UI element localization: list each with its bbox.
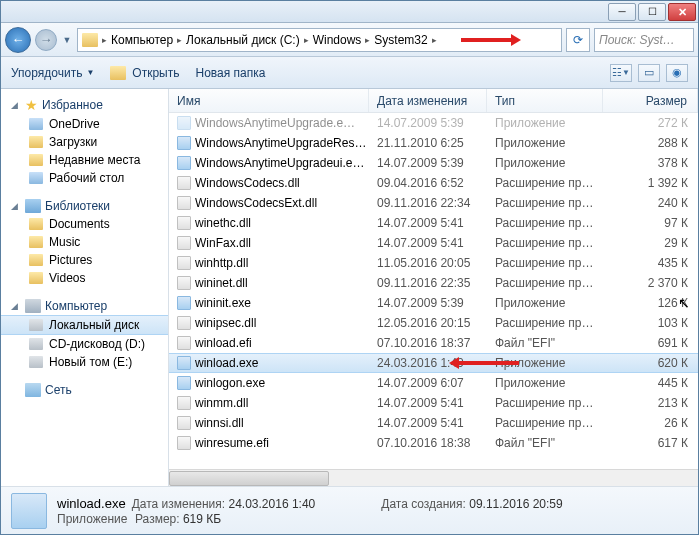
refresh-button[interactable]: ⟳ [566, 28, 590, 52]
file-row[interactable]: winresume.efi07.10.2016 18:38Файл "EFI"6… [169, 433, 698, 453]
file-type: Приложение [487, 116, 603, 130]
file-name: WindowsAnytimeUpgradeRes… [195, 136, 366, 150]
network-group[interactable]: ◢ Сеть [1, 381, 168, 399]
file-row[interactable]: WindowsCodecs.dll09.04.2016 6:52Расширен… [169, 173, 698, 193]
back-button[interactable]: ← [5, 27, 31, 53]
minimize-button[interactable]: ─ [608, 3, 636, 21]
videos-icon [29, 272, 43, 284]
column-size[interactable]: Размер [603, 89, 698, 112]
disk-icon [29, 356, 43, 368]
file-size: 288 К [603, 136, 698, 150]
address-bar[interactable]: ▸ Компьютер ▸ Локальный диск (C:) ▸ Wind… [77, 28, 562, 52]
chevron-down-icon: ▼ [86, 68, 94, 77]
file-icon [177, 356, 191, 370]
sidebar-item-local-disk[interactable]: Локальный диск [1, 315, 168, 335]
file-row[interactable]: wininit.exe14.07.2009 5:39Приложение126 … [169, 293, 698, 313]
cd-icon [29, 338, 43, 350]
open-button[interactable]: Открыть [110, 66, 179, 80]
file-icon [177, 336, 191, 350]
file-size: 103 К [603, 316, 698, 330]
help-button[interactable]: ◉ [666, 64, 688, 82]
file-icon [177, 276, 191, 290]
file-row[interactable]: winipsec.dll12.05.2016 20:15Расширение п… [169, 313, 698, 333]
forward-button[interactable]: → [35, 29, 57, 51]
sidebar-item-documents[interactable]: Documents [1, 215, 168, 233]
column-name[interactable]: Имя [169, 89, 369, 112]
file-row[interactable]: WindowsAnytimeUpgradeRes…21.11.2010 6:25… [169, 133, 698, 153]
maximize-button[interactable]: ☐ [638, 3, 666, 21]
column-headers[interactable]: Имя Дата изменения Тип Размер [169, 89, 698, 113]
column-type[interactable]: Тип [487, 89, 603, 112]
horizontal-scrollbar[interactable] [169, 469, 698, 486]
details-pane: winload.exe Дата изменения: 24.03.2016 1… [1, 486, 698, 534]
sidebar-item-desktop[interactable]: Рабочий стол [1, 169, 168, 187]
file-row[interactable]: winhttp.dll11.05.2016 20:05Расширение пр… [169, 253, 698, 273]
file-type: Расширение при… [487, 416, 603, 430]
file-row[interactable]: winload.efi07.10.2016 18:37Файл "EFI"691… [169, 333, 698, 353]
pictures-icon [29, 254, 43, 266]
close-button[interactable]: ✕ [668, 3, 696, 21]
history-dropdown[interactable]: ▼ [61, 29, 73, 51]
file-size: 620 К [603, 356, 698, 370]
sidebar-item-recent[interactable]: Недавние места [1, 151, 168, 169]
file-row[interactable]: wininet.dll09.11.2016 22:35Расширение пр… [169, 273, 698, 293]
sidebar-item-music[interactable]: Music [1, 233, 168, 251]
collapse-icon: ◢ [11, 100, 21, 110]
view-options-button[interactable]: ☷ ▼ [610, 64, 632, 82]
file-size: 617 К [603, 436, 698, 450]
file-icon [177, 256, 191, 270]
navigation-tree[interactable]: ◢ ★ Избранное OneDrive Загрузки Недавние… [1, 89, 169, 486]
file-row[interactable]: WindowsAnytimeUpgrade.e…14.07.2009 5:39П… [169, 113, 698, 133]
file-row[interactable]: winnsi.dll14.07.2009 5:41Расширение при…… [169, 413, 698, 433]
folder-icon [29, 136, 43, 148]
sidebar-item-cd-drive[interactable]: CD-дисковод (D:) [1, 335, 168, 353]
file-row[interactable]: WindowsCodecsExt.dll09.11.2016 22:34Расш… [169, 193, 698, 213]
file-type: Файл "EFI" [487, 436, 603, 450]
file-type: Приложение [487, 136, 603, 150]
computer-group[interactable]: ◢ Компьютер [1, 297, 168, 315]
preview-pane-button[interactable]: ▭ [638, 64, 660, 82]
breadcrumb-item[interactable]: Локальный диск (C:) [184, 33, 302, 47]
file-row[interactable]: winload.exe24.03.2016 1:40Приложение620 … [169, 353, 698, 373]
navigation-bar: ← → ▼ ▸ Компьютер ▸ Локальный диск (C:) … [1, 23, 698, 57]
file-name: winnsi.dll [195, 416, 244, 430]
scroll-thumb[interactable] [169, 471, 329, 486]
search-input[interactable]: Поиск: Syst… [594, 28, 694, 52]
file-date: 07.10.2016 18:37 [369, 336, 487, 350]
sidebar-item-videos[interactable]: Videos [1, 269, 168, 287]
file-date: 21.11.2010 6:25 [369, 136, 487, 150]
file-name: winipsec.dll [195, 316, 256, 330]
file-size: 1 392 К [603, 176, 698, 190]
breadcrumb-item[interactable]: System32 [372, 33, 429, 47]
file-row[interactable]: WindowsAnytimeUpgradeui.e…14.07.2009 5:3… [169, 153, 698, 173]
file-type: Расширение при… [487, 176, 603, 190]
sidebar-item-onedrive[interactable]: OneDrive [1, 115, 168, 133]
file-name: WindowsAnytimeUpgradeui.e… [195, 156, 364, 170]
file-row[interactable]: winmm.dll14.07.2009 5:41Расширение при…2… [169, 393, 698, 413]
breadcrumb-item[interactable]: Windows [311, 33, 364, 47]
file-type: Приложение [487, 296, 603, 310]
file-size: 240 К [603, 196, 698, 210]
libraries-group[interactable]: ◢ Библиотеки [1, 197, 168, 215]
file-icon [177, 196, 191, 210]
sidebar-item-pictures[interactable]: Pictures [1, 251, 168, 269]
file-type: Расширение при… [487, 396, 603, 410]
column-date[interactable]: Дата изменения [369, 89, 487, 112]
breadcrumb-separator: ▸ [100, 35, 109, 45]
file-type-icon [11, 493, 47, 529]
file-name: winethc.dll [195, 216, 251, 230]
breadcrumb-item[interactable]: Компьютер [109, 33, 175, 47]
file-name: wininit.exe [195, 296, 251, 310]
file-row[interactable]: winlogon.exe14.07.2009 6:07Приложение445… [169, 373, 698, 393]
file-type: Расширение при… [487, 236, 603, 250]
sidebar-item-downloads[interactable]: Загрузки [1, 133, 168, 151]
favorites-group[interactable]: ◢ ★ Избранное [1, 95, 168, 115]
new-folder-button[interactable]: Новая папка [195, 66, 265, 80]
organize-button[interactable]: Упорядочить ▼ [11, 66, 94, 80]
file-icon [177, 396, 191, 410]
file-rows[interactable]: WindowsAnytimeUpgrade.e…14.07.2009 5:39П… [169, 113, 698, 469]
sidebar-item-volume-e[interactable]: Новый том (E:) [1, 353, 168, 371]
file-row[interactable]: winethc.dll14.07.2009 5:41Расширение при… [169, 213, 698, 233]
file-row[interactable]: WinFax.dll14.07.2009 5:41Расширение при…… [169, 233, 698, 253]
file-name: WindowsAnytimeUpgrade.e… [195, 116, 355, 130]
